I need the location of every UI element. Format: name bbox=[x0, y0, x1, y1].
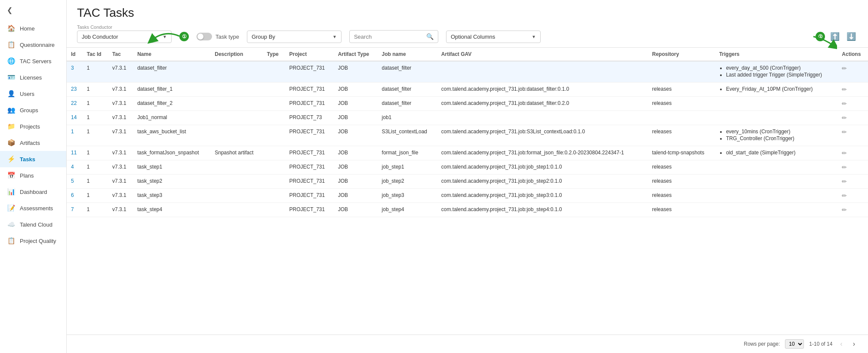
group-by-dropdown[interactable]: Group By ▼ bbox=[247, 31, 342, 43]
sidebar-item-artifacts[interactable]: 📦 Artifacts bbox=[0, 135, 66, 151]
edit-icon[interactable]: ✏ bbox=[842, 206, 847, 213]
sidebar-item-tac-servers[interactable]: 🌐 TAC Servers bbox=[0, 53, 66, 69]
col-header-id: Id bbox=[67, 48, 83, 61]
repository: talend-tcmp-snapshots bbox=[648, 146, 715, 160]
job-name: format_json_file bbox=[378, 146, 437, 160]
tac-id: 1 bbox=[83, 97, 108, 111]
task-name: task_step3 bbox=[133, 189, 210, 203]
search-input[interactable] bbox=[354, 34, 426, 40]
job-name: job_step1 bbox=[378, 160, 437, 175]
trigger-item: Last added trigger Trigger (SimpleTrigge… bbox=[726, 72, 833, 78]
task-id[interactable]: 4 bbox=[67, 160, 83, 175]
col-header-artifact-gav: Artifact GAV bbox=[437, 48, 648, 61]
optional-columns-dropdown[interactable]: Optional Columns ▼ bbox=[446, 31, 541, 43]
edit-icon[interactable]: ✏ bbox=[842, 164, 847, 171]
pagination-next-button[interactable]: › bbox=[850, 339, 858, 349]
edit-icon[interactable]: ✏ bbox=[842, 150, 847, 157]
task-type-toggle-group: Task type bbox=[197, 33, 239, 40]
col-header-tac-id: Tac Id bbox=[83, 48, 108, 61]
sidebar-item-label: Dashboard bbox=[20, 189, 47, 195]
edit-icon[interactable]: ✏ bbox=[842, 192, 847, 199]
sidebar-item-users[interactable]: 👤 Users bbox=[0, 86, 66, 102]
sidebar-item-label: Questionnaire bbox=[20, 42, 55, 48]
sidebar-item-project-quality[interactable]: 📋 Project Quality bbox=[0, 233, 66, 249]
sidebar-item-plans[interactable]: 📅 Plans bbox=[0, 167, 66, 184]
artifact-type: JOB bbox=[334, 160, 378, 175]
assessments-icon: 📝 bbox=[7, 204, 15, 212]
sidebar-item-home[interactable]: 🏠 Home bbox=[0, 20, 66, 37]
sidebar-item-label: Project Quality bbox=[20, 238, 56, 244]
repository: releases bbox=[648, 175, 715, 189]
project-quality-icon: 📋 bbox=[7, 237, 15, 245]
task-id[interactable]: 6 bbox=[67, 189, 83, 203]
task-type bbox=[263, 111, 285, 125]
task-id[interactable]: 22 bbox=[67, 97, 83, 111]
sidebar-item-groups[interactable]: 👥 Groups bbox=[0, 102, 66, 118]
page-title: TAC Tasks bbox=[77, 6, 858, 20]
sidebar-item-assessments[interactable]: 📝 Assessments bbox=[0, 200, 66, 216]
task-name: dataset_filter bbox=[133, 61, 210, 83]
task-type bbox=[263, 61, 285, 83]
tac-version: v7.3.1 bbox=[108, 189, 133, 203]
edit-icon[interactable]: ✏ bbox=[842, 100, 847, 107]
sidebar-collapse-button[interactable]: ❮ bbox=[0, 0, 66, 20]
tac-version: v7.3.1 bbox=[108, 83, 133, 97]
sidebar-item-licenses[interactable]: 🪪 Licenses bbox=[0, 69, 66, 86]
task-triggers bbox=[715, 175, 837, 189]
edit-icon[interactable]: ✏ bbox=[842, 86, 847, 93]
sidebar-item-label: Artifacts bbox=[20, 140, 40, 146]
task-id[interactable]: 23 bbox=[67, 83, 83, 97]
task-id[interactable]: 1 bbox=[67, 125, 83, 146]
table-row: 141v7.3.1Job1_normalPROJECT_73JOBjob1✏ bbox=[67, 111, 868, 125]
trigger-item: every_10mins (CronTrigger) bbox=[726, 129, 833, 135]
artifact-type: JOB bbox=[334, 146, 378, 160]
task-triggers: every_day_at_500 (CronTrigger)Last added… bbox=[715, 61, 837, 83]
sidebar-item-talend-cloud[interactable]: ☁️ Talend Cloud bbox=[0, 216, 66, 233]
task-actions: ✏ bbox=[837, 97, 868, 111]
task-id[interactable]: 7 bbox=[67, 203, 83, 217]
chevron-down-icon: ▼ bbox=[532, 34, 536, 39]
task-description bbox=[210, 97, 262, 111]
pagination-bar: Rows per page: 10 5 25 50 1-10 of 14 ‹ › bbox=[67, 335, 868, 353]
repository: releases bbox=[648, 125, 715, 146]
task-type-toggle[interactable] bbox=[197, 33, 212, 40]
col-header-job-name: Job name bbox=[378, 48, 437, 61]
artifact-gav: com.talend.academy.project_731.job:job_s… bbox=[437, 189, 648, 203]
task-type-label: Task type bbox=[215, 34, 239, 40]
edit-icon[interactable]: ✏ bbox=[842, 178, 847, 185]
action-icons-row: ② ⬆️ ⬇️ bbox=[816, 30, 858, 43]
task-description bbox=[210, 189, 262, 203]
task-type bbox=[263, 83, 285, 97]
edit-icon[interactable]: ✏ bbox=[842, 129, 847, 135]
optional-columns-label: Optional Columns bbox=[451, 34, 495, 40]
edit-icon[interactable]: ✏ bbox=[842, 65, 847, 72]
tac-id: 1 bbox=[83, 111, 108, 125]
edit-icon[interactable]: ✏ bbox=[842, 114, 847, 121]
tac-version: v7.3.1 bbox=[108, 175, 133, 189]
task-triggers bbox=[715, 189, 837, 203]
table-row: 61v7.3.1task_step3PROJECT_731JOBjob_step… bbox=[67, 189, 868, 203]
sidebar-item-dashboard[interactable]: 📊 Dashboard bbox=[0, 184, 66, 200]
sidebar-item-label: Home bbox=[20, 25, 35, 32]
task-triggers: Every_Friday_At_10PM (CronTrigger) bbox=[715, 83, 837, 97]
sidebar-item-questionnaire[interactable]: 📋 Questionnaire bbox=[0, 37, 66, 53]
task-description bbox=[210, 125, 262, 146]
sidebar-item-projects[interactable]: 📁 Projects bbox=[0, 118, 66, 135]
sidebar-item-tasks[interactable]: ⚡ Tasks bbox=[0, 151, 66, 167]
export-button[interactable]: ⬇️ bbox=[845, 30, 858, 43]
task-id[interactable]: 3 bbox=[67, 61, 83, 83]
artifact-gav: com.talend.academy.project_731.job:datas… bbox=[437, 97, 648, 111]
task-actions: ✏ bbox=[837, 111, 868, 125]
task-id[interactable]: 5 bbox=[67, 175, 83, 189]
task-id[interactable]: 14 bbox=[67, 111, 83, 125]
artifact-gav: com.talend.academy.project_731.job:job_s… bbox=[437, 175, 648, 189]
task-project: PROJECT_731 bbox=[285, 189, 334, 203]
job-name: job_step4 bbox=[378, 203, 437, 217]
rows-per-page-select[interactable]: 10 5 25 50 bbox=[785, 339, 804, 349]
pagination-prev-button[interactable]: ‹ bbox=[837, 339, 845, 349]
search-box[interactable]: 🔍 bbox=[349, 30, 438, 43]
task-name: task_step1 bbox=[133, 160, 210, 175]
col-header-tac: Tac bbox=[108, 48, 133, 61]
tac-id: 1 bbox=[83, 175, 108, 189]
task-id[interactable]: 11 bbox=[67, 146, 83, 160]
